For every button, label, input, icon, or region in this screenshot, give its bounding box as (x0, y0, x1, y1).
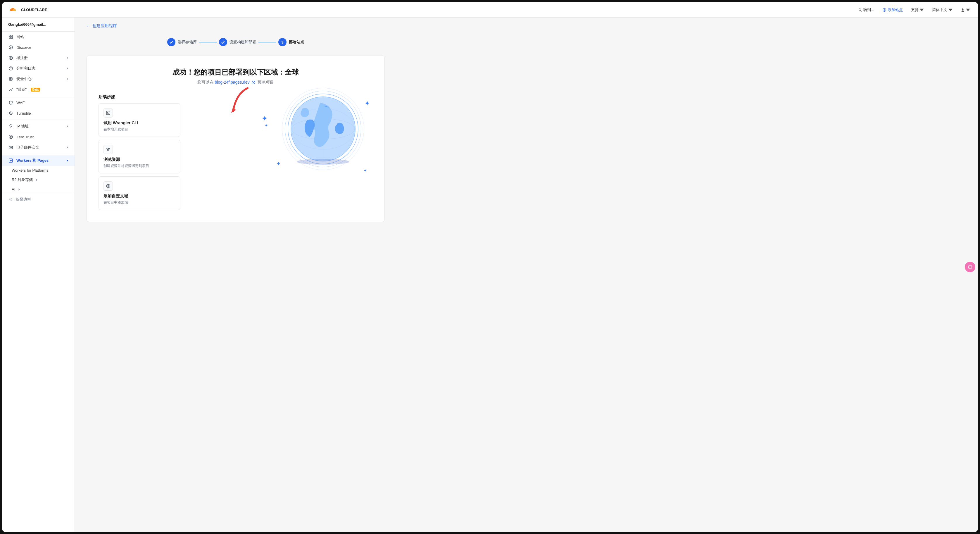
step-1-circle (167, 38, 175, 46)
chevron-right-icon (66, 78, 69, 80)
next-step-custom-domain[interactable]: 添加自定义域 在项目中添加域 (99, 176, 180, 210)
language-label: 简体中文 (932, 7, 947, 13)
sidebar-sub-item-ai[interactable]: AI (2, 185, 75, 194)
checkmark-icon-2 (221, 41, 225, 43)
zerotrust-icon (8, 134, 13, 140)
sidebar-sub-item-label: R2 对象存储 (12, 177, 33, 182)
terminal-icon (106, 110, 110, 115)
breadcrumb[interactable]: ← 创建应用程序 (86, 23, 385, 29)
chevron-right-icon (66, 57, 69, 59)
sidebar-item-trace[interactable]: "跟踪" Beta (2, 84, 75, 95)
waf-icon (8, 100, 13, 105)
next-step-name: 试用 Wrangler CLI (103, 121, 175, 126)
step-connector-1 (199, 42, 216, 42)
next-step-name: 浏览资源 (103, 157, 175, 162)
sidebar-sub-item-label: Workers for Platforms (12, 168, 48, 172)
chevron-down-icon-2 (948, 8, 953, 12)
next-step-wrangler[interactable]: 试用 Wrangler CLI 在本地开发项目 (99, 103, 180, 137)
svg-point-0 (859, 8, 861, 11)
chevron-down-active-icon (66, 159, 69, 162)
next-steps-list: 试用 Wrangler CLI 在本地开发项目 浏览资源 创建资源并将资源绑定到… (99, 103, 180, 210)
workers-icon (8, 158, 13, 163)
chevron-right-icon (66, 125, 69, 128)
chevron-right-icon (36, 179, 38, 181)
sidebar-item-label: "跟踪" (16, 87, 27, 92)
sidebar-sub-item-workers-platforms[interactable]: Workers for Platforms (2, 166, 75, 175)
step-2-circle (219, 38, 227, 46)
sidebar-item-turnstile[interactable]: Turnstile (2, 108, 75, 118)
sidebar-item-waf[interactable]: WAF (2, 97, 75, 108)
main-content: ← 创建应用程序 选择存储库 (75, 18, 978, 532)
svg-rect-5 (9, 35, 11, 37)
next-step-desc: 创建资源并将资源绑定到项目 (103, 164, 175, 169)
collapse-label: 折叠边栏 (16, 197, 31, 202)
cloudflare-logo (8, 6, 19, 13)
svg-point-22 (108, 148, 110, 149)
sidebar-item-zero-trust[interactable]: Zero Trust (2, 132, 75, 142)
step-1: 选择存储库 (167, 38, 197, 46)
feedback-icon (967, 265, 973, 269)
svg-rect-7 (9, 37, 11, 38)
sidebar-item-label: 安全中心 (16, 77, 32, 81)
step-2-label: 设置构建和部署 (229, 40, 256, 45)
sidebar-item-websites[interactable]: 网站 (2, 32, 75, 42)
support-button[interactable]: 支持 (909, 6, 926, 14)
feedback-button[interactable] (965, 262, 975, 272)
preview-link[interactable]: blog-24f.pages.dev (215, 80, 250, 84)
sidebar-sub-item-r2[interactable]: R2 对象存储 (2, 175, 75, 185)
svg-rect-6 (11, 35, 13, 37)
sidebar-item-analytics[interactable]: 分析和日志 (2, 63, 75, 74)
checkmark-icon (170, 41, 173, 43)
user-button[interactable] (959, 7, 972, 13)
next-step-desc: 在本地开发项目 (103, 127, 175, 132)
top-navigation: CLOUDFLARE 转到... 添加站点 支持 简体中文 (2, 2, 978, 18)
sidebar-item-label: Zero Trust (16, 135, 33, 139)
chevron-right-icon (66, 146, 69, 148)
sidebar-item-label: 分析和日志 (16, 66, 35, 71)
svg-point-16 (10, 136, 11, 137)
next-steps-section: 后续步骤 试用 Wrangler CLI 在本地开发项目 (99, 94, 373, 210)
sidebar-divider (2, 96, 75, 96)
svg-line-1 (861, 11, 862, 11)
sidebar-item-security[interactable]: 安全中心 (2, 74, 75, 84)
next-steps-title: 后续步骤 (99, 94, 373, 100)
chevron-right-icon (18, 188, 21, 191)
sidebar-item-label: 网站 (16, 34, 24, 40)
next-step-resources[interactable]: 浏览资源 创建资源并将资源绑定到项目 (99, 140, 180, 174)
next-step-name: 添加自定义域 (103, 194, 175, 199)
add-site-button[interactable]: 添加站点 (881, 6, 905, 14)
email-icon (8, 145, 13, 150)
security-icon (8, 77, 13, 81)
collapse-icon (8, 197, 13, 202)
pin-icon (8, 124, 13, 129)
trace-icon (8, 87, 13, 92)
sidebar-item-label: 域注册 (16, 55, 28, 61)
language-button[interactable]: 简体中文 (930, 6, 954, 14)
step-3: 3 部署站点 (278, 38, 304, 46)
sidebar-item-label: 电子邮件安全 (16, 145, 39, 150)
user-icon (961, 8, 965, 12)
sidebar-item-workers-pages[interactable]: Workers 和 Pages (2, 155, 75, 166)
sidebar-item-discover[interactable]: Discover (2, 42, 75, 53)
chevron-right-icon (66, 67, 69, 70)
support-label: 支持 (911, 7, 919, 13)
compass-icon (8, 45, 13, 50)
grid-icon (8, 34, 13, 40)
step-3-circle: 3 (278, 38, 286, 46)
step-3-label: 部署站点 (289, 40, 304, 45)
sidebar-item-domain-reg[interactable]: 域注册 (2, 53, 75, 63)
goto-button[interactable]: 转到... (856, 6, 876, 14)
sidebar-item-ip[interactable]: IP 地址 (2, 121, 75, 132)
success-card: 成功！您的项目已部署到以下区域：全球 您可以在 blog-24f.pages.d… (86, 56, 385, 222)
svg-rect-8 (11, 37, 13, 38)
step-1-label: 选择存储库 (178, 40, 197, 45)
goto-label: 转到... (863, 7, 874, 13)
globe2-icon (106, 184, 110, 188)
sidebar-collapse-button[interactable]: 折叠边栏 (2, 194, 75, 205)
breadcrumb-label: 创建应用程序 (92, 23, 117, 29)
sidebar-divider-3 (2, 154, 75, 154)
topnav-actions: 转到... 添加站点 支持 简体中文 (856, 6, 972, 14)
svg-rect-17 (9, 146, 13, 149)
success-title: 成功！您的项目已部署到以下区域：全球 (99, 67, 373, 77)
sidebar-item-email-security[interactable]: 电子邮件安全 (2, 142, 75, 153)
